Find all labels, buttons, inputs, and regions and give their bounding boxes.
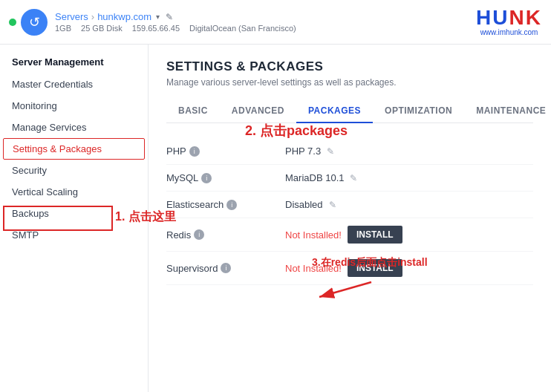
- package-value-elasticsearch: Disabled ✎: [285, 199, 533, 210]
- sidebar-item-manage-services[interactable]: Manage Services: [0, 117, 148, 138]
- table-row: Supervisord i Not Installed! INSTALL: [166, 252, 533, 285]
- tab-advanced[interactable]: ADVANCED: [220, 99, 296, 123]
- chevron-down-icon[interactable]: ▾: [156, 13, 160, 21]
- info-icon[interactable]: i: [221, 263, 231, 273]
- sidebar-label-monitoring: Monitoring: [12, 100, 57, 111]
- sidebar-item-monitoring[interactable]: Monitoring: [0, 95, 148, 117]
- info-icon[interactable]: i: [226, 200, 237, 210]
- sidebar-item-smtp[interactable]: SMTP: [0, 224, 148, 246]
- sidebar-item-settings-packages[interactable]: Settings & Packages: [3, 138, 145, 160]
- packages-table: PHP i PHP 7.3 ✎ MySQL i MariaDB 10.1 ✎: [166, 138, 533, 285]
- info-icon[interactable]: i: [201, 173, 212, 183]
- main-layout: Server Management Master Credentials Mon…: [0, 45, 551, 392]
- table-row: Elasticsearch i Disabled ✎: [166, 192, 533, 218]
- hunk-logo-text: HUNK: [476, 7, 542, 28]
- hunk-www: www.imhunk.com: [476, 28, 542, 36]
- package-name-supervisord: Supervisord i: [166, 263, 285, 274]
- package-name-php: PHP i: [166, 146, 285, 157]
- package-value-supervisord: Not Installed! INSTALL: [285, 259, 533, 277]
- tabs-bar: BASIC ADVANCED PACKAGES OPTIMIZATION MAI…: [166, 99, 533, 123]
- sidebar-item-master-credentials[interactable]: Master Credentials: [0, 74, 148, 95]
- hunk-logo: HUNK www.imhunk.com: [476, 7, 542, 36]
- edit-pencil-icon[interactable]: ✎: [329, 200, 336, 210]
- server-icon: ↺: [21, 9, 48, 36]
- edit-icon[interactable]: ✎: [166, 12, 173, 22]
- table-row: Redis i Not Installed! INSTALL: [166, 218, 533, 252]
- tab-maintenance[interactable]: MAINTENANCE: [464, 99, 551, 123]
- server-disk: 25 GB Disk: [81, 24, 123, 33]
- edit-pencil-icon[interactable]: ✎: [327, 146, 334, 157]
- package-value-redis: Not Installed! INSTALL: [285, 226, 533, 244]
- sidebar-item-backups[interactable]: Backups: [0, 203, 148, 224]
- sidebar-label-backups: Backups: [12, 208, 49, 219]
- sidebar: Server Management Master Credentials Mon…: [0, 45, 149, 392]
- server-ip: 159.65.66.45: [132, 24, 180, 33]
- server-provider: DigitalOcean (San Francisco): [189, 24, 296, 33]
- page-subtitle: Manage various server-level settings as …: [166, 77, 533, 88]
- info-icon[interactable]: i: [194, 229, 204, 240]
- package-value-php: PHP 7.3 ✎: [285, 146, 533, 157]
- topbar: ↺ Servers › hunkwp.com ▾ ✎ 1GB 25 GB Dis…: [0, 0, 551, 45]
- package-name-elasticsearch: Elasticsearch i: [166, 199, 285, 210]
- sidebar-label-security: Security: [12, 165, 47, 176]
- edit-pencil-icon[interactable]: ✎: [350, 173, 357, 183]
- package-name-redis: Redis i: [166, 229, 285, 241]
- package-value-mysql: MariaDB 10.1 ✎: [285, 172, 533, 183]
- server-ram: 1GB: [55, 24, 71, 33]
- install-supervisord-button[interactable]: INSTALL: [348, 259, 402, 277]
- info-icon[interactable]: i: [189, 146, 200, 157]
- package-name-mysql: MySQL i: [166, 172, 285, 183]
- table-row: PHP i PHP 7.3 ✎: [166, 138, 533, 165]
- status-indicator: [9, 19, 16, 26]
- sidebar-label-settings-packages: Settings & Packages: [13, 143, 102, 154]
- server-meta: 1GB 25 GB Disk 159.65.66.45 DigitalOcean…: [55, 24, 304, 33]
- install-redis-button[interactable]: INSTALL: [348, 226, 402, 244]
- sidebar-label-manage-services: Manage Services: [12, 122, 86, 133]
- server-name[interactable]: hunkwp.com: [97, 11, 151, 22]
- table-row: MySQL i MariaDB 10.1 ✎: [166, 165, 533, 192]
- sidebar-item-vertical-scaling[interactable]: Vertical Scaling: [0, 181, 148, 203]
- sidebar-label-smtp: SMTP: [12, 229, 39, 241]
- sidebar-section-title: Server Management: [0, 53, 148, 74]
- sidebar-label-master-credentials: Master Credentials: [12, 79, 93, 90]
- tab-optimization[interactable]: OPTIMIZATION: [373, 99, 464, 123]
- breadcrumb: Servers › hunkwp.com ▾ ✎: [55, 11, 304, 22]
- sidebar-label-vertical-scaling: Vertical Scaling: [12, 186, 78, 197]
- sidebar-item-security[interactable]: Security: [0, 160, 148, 181]
- content-area: SETTINGS & PACKAGES Manage various serve…: [149, 45, 551, 392]
- page-title: SETTINGS & PACKAGES: [166, 59, 533, 74]
- servers-link[interactable]: Servers: [55, 11, 88, 22]
- tab-basic[interactable]: BASIC: [166, 99, 220, 123]
- breadcrumb-arrow: ›: [91, 11, 94, 22]
- tab-packages[interactable]: PACKAGES: [296, 99, 373, 123]
